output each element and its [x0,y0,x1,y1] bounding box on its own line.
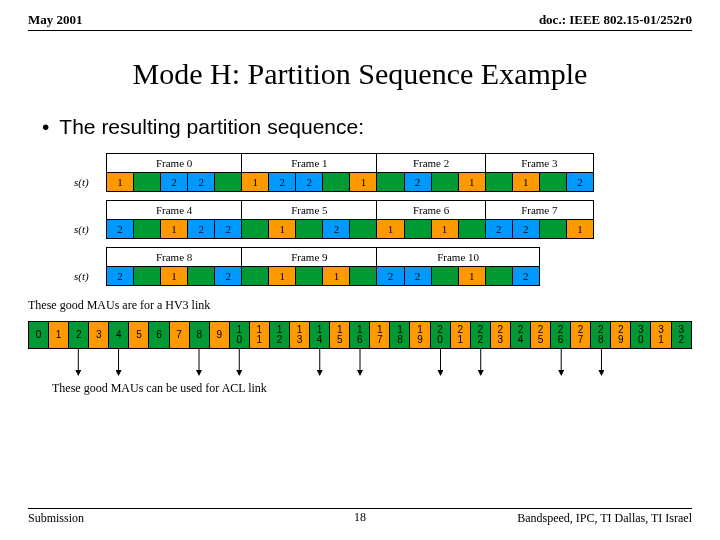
frame-header: Frame 1 [242,154,377,173]
partition-cell: 1 [107,173,134,192]
partition-cell [431,267,458,286]
partition-cell [350,267,377,286]
mau-cell: 5 [129,322,149,349]
partition-cell: 1 [350,173,377,192]
partition-cell: 2 [215,220,242,239]
partition-cell: 1 [161,220,188,239]
partition-cell: 2 [485,220,512,239]
bullet-dot: • [42,115,49,139]
partition-cell [296,220,323,239]
mau-cell: 7 [169,322,189,349]
partition-cell: 2 [188,173,215,192]
partition-cell [458,220,485,239]
frame-header: Frame 7 [485,201,593,220]
partition-cell [323,173,350,192]
partition-cell: 2 [296,173,323,192]
mau-cell: 30 [631,322,651,349]
header-doc: doc.: IEEE 802.15-01/252r0 [539,12,692,28]
mau-cell: 16 [350,322,370,349]
mau-cell: 13 [290,322,310,349]
partition-cell: 1 [512,173,539,192]
partition-cell: 2 [161,173,188,192]
partition-cell [296,267,323,286]
partition-cell: 2 [512,267,539,286]
mau-cell: 22 [470,322,490,349]
mau-cell: 3 [89,322,109,349]
partition-cell: 1 [242,173,269,192]
partition-cell: 2 [323,220,350,239]
mau-cell: 14 [310,322,330,349]
note-hv3: These good MAUs are for a HV3 link [28,298,692,313]
mau-cell: 18 [390,322,410,349]
footer-page: 18 [28,510,692,525]
partition-cell: 2 [188,220,215,239]
partition-cell: 1 [161,267,188,286]
partition-cell: 2 [377,267,404,286]
partition-cell: 2 [107,267,134,286]
mau-cell: 1 [49,322,69,349]
partition-cell [431,173,458,192]
mau-cell: 32 [671,322,692,349]
st-label: s(t) [74,173,107,192]
partition-cell: 1 [431,220,458,239]
header-date: May 2001 [28,12,83,28]
partition-cell [188,267,215,286]
partition-cell: 1 [269,220,296,239]
mau-cell: 20 [430,322,450,349]
partition-cell: 2 [107,220,134,239]
mau-cell: 28 [591,322,611,349]
frame-header: Frame 10 [377,248,539,267]
mau-cell: 26 [551,322,571,349]
mau-cell: 6 [149,322,169,349]
mau-table-wrap: 0123456789101112131415161718192021222324… [28,321,692,379]
partition-cell [134,173,161,192]
partition-cell [539,220,566,239]
mau-cell: 8 [189,322,209,349]
partition-cell [242,267,269,286]
partition-cell: 1 [458,267,485,286]
frame-header: Frame 6 [377,201,485,220]
frame-header: Frame 8 [107,248,242,267]
header-bar: May 2001 doc.: IEEE 802.15-01/252r0 [28,12,692,31]
frame-header: Frame 3 [485,154,593,173]
mau-cell: 25 [530,322,550,349]
mau-cell: 29 [611,322,631,349]
st-label: s(t) [74,267,107,286]
mau-cell: 23 [490,322,510,349]
bullet-text: The resulting partition sequence: [59,115,364,139]
partition-cell [350,220,377,239]
partition-cell: 2 [566,173,593,192]
mau-cell: 31 [651,322,671,349]
partition-cell: 2 [404,173,431,192]
mau-cell: 27 [571,322,591,349]
frame-header: Frame 9 [242,248,377,267]
frame-header: Frame 5 [242,201,377,220]
mau-cell: 15 [330,322,350,349]
st-label: s(t) [74,220,107,239]
partition-cell: 2 [215,267,242,286]
partition-cell: 2 [269,173,296,192]
mau-arrows [28,349,692,379]
frame-header: Frame 4 [107,201,242,220]
partition-cell: 1 [323,267,350,286]
frame-header: Frame 2 [377,154,485,173]
partition-cell [539,173,566,192]
partition-cell [485,173,512,192]
partition-cell: 2 [404,267,431,286]
mau-cell: 10 [229,322,249,349]
partition-cell [242,220,269,239]
partition-cell: 1 [269,267,296,286]
partition-cell: 1 [458,173,485,192]
mau-cell: 21 [450,322,470,349]
mau-cell: 24 [510,322,530,349]
mau-cell: 12 [269,322,289,349]
frame-header: Frame 0 [107,154,242,173]
mau-cell: 19 [410,322,430,349]
mau-cell: 2 [69,322,89,349]
partition-cell: 2 [512,220,539,239]
mau-cell: 17 [370,322,390,349]
page-title: Mode H: Partition Sequence Example [28,57,692,91]
mau-cell: 11 [249,322,269,349]
partition-cell [404,220,431,239]
partition-cell [134,220,161,239]
